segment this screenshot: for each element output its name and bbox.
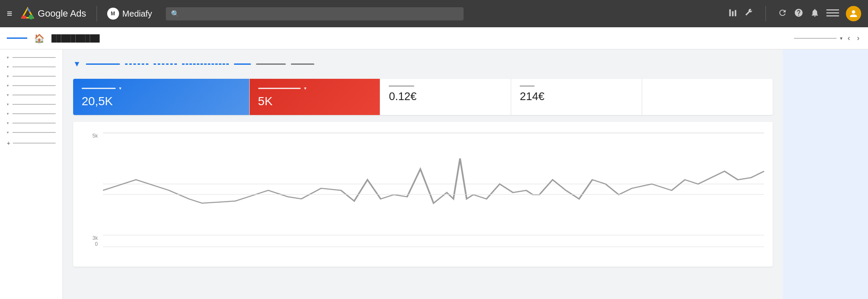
search-input[interactable] bbox=[183, 10, 458, 17]
sidebar-arrow-1: ▾ bbox=[7, 55, 9, 60]
metric-header-cost bbox=[520, 86, 633, 86]
sidebar-label-3 bbox=[12, 76, 56, 77]
metric-header-line-cost bbox=[520, 86, 535, 86]
sidebar-label-2 bbox=[12, 66, 56, 67]
sidebar-label-6 bbox=[12, 104, 56, 105]
svg-rect-9 bbox=[826, 15, 839, 17]
hamburger-menu-icon[interactable]: ≡ bbox=[7, 8, 12, 19]
nav-prev-button[interactable]: ‹ bbox=[846, 32, 852, 44]
nav-divider-1 bbox=[97, 6, 97, 21]
menu-dots-icon[interactable] bbox=[826, 8, 839, 20]
search-icon: 🔍 bbox=[171, 10, 179, 18]
notifications-icon[interactable] bbox=[810, 8, 820, 20]
sidebar-label-4 bbox=[12, 85, 56, 86]
chart-container: 5k 3k 0 bbox=[73, 122, 773, 267]
svg-rect-4 bbox=[729, 9, 731, 16]
metric-header-conversions: ▾ bbox=[258, 86, 372, 91]
mediafy-title: Mediafy bbox=[122, 9, 152, 19]
metric-card-conversions[interactable]: ▾ 5K bbox=[250, 79, 381, 115]
chart-area bbox=[103, 129, 764, 260]
reports-icon[interactable] bbox=[728, 8, 737, 20]
sidebar-label-1 bbox=[12, 57, 56, 58]
refresh-icon[interactable] bbox=[778, 8, 787, 20]
filter-chip-5[interactable] bbox=[234, 63, 251, 65]
filter-icon[interactable]: ▼ bbox=[73, 60, 81, 69]
nav-divider-2 bbox=[766, 6, 766, 21]
sidebar-item-2[interactable]: ▾ bbox=[0, 62, 63, 72]
metric-value-cost: 214€ bbox=[520, 90, 633, 103]
right-panel bbox=[783, 49, 868, 299]
svg-rect-6 bbox=[735, 10, 737, 16]
sidebar-arrow-9: ▾ bbox=[7, 130, 9, 135]
sidebar-item-7[interactable]: ▾ bbox=[0, 109, 63, 118]
google-ads-icon bbox=[21, 7, 34, 20]
metric-card-cost[interactable]: 214€ bbox=[511, 79, 642, 115]
subnav-right-controls: ▾ ‹ › bbox=[794, 32, 861, 44]
mediafy-icon: M bbox=[107, 8, 119, 20]
subnav-date-range bbox=[794, 38, 837, 39]
google-ads-logo: Google Ads bbox=[21, 7, 86, 20]
sidebar-item-1[interactable]: ▾ bbox=[0, 53, 63, 62]
metric-header-cpc bbox=[389, 86, 502, 86]
metric-card-clicks[interactable]: ▾ 20,5K bbox=[73, 79, 250, 115]
nav-next-button[interactable]: › bbox=[855, 32, 861, 44]
filter-chip-2[interactable] bbox=[125, 63, 148, 65]
metric-card-empty bbox=[642, 79, 773, 115]
chart-y-label-0: 0 bbox=[82, 241, 98, 247]
filter-chip-3[interactable] bbox=[154, 63, 177, 65]
metric-value-conversions: 5K bbox=[258, 95, 372, 108]
chart-grid-bottom bbox=[103, 247, 764, 247]
sidebar-item-4[interactable]: ▾ bbox=[0, 81, 63, 90]
tools-icon[interactable] bbox=[744, 8, 754, 20]
line-chart-svg bbox=[103, 129, 764, 239]
main-content: ▼ ▾ 20,5K ▾ bbox=[63, 49, 783, 299]
svg-rect-8 bbox=[826, 12, 839, 14]
sidebar-arrow-8: ▾ bbox=[7, 121, 9, 125]
main-layout: ▾ ▾ ▾ ▾ ▾ ▾ ▾ ▾ bbox=[0, 49, 868, 299]
sidebar-arrow-3: ▾ bbox=[7, 74, 9, 78]
sidebar-label-8 bbox=[12, 123, 56, 124]
svg-rect-5 bbox=[732, 11, 734, 16]
filter-chip-1[interactable] bbox=[86, 63, 120, 65]
top-navigation: ≡ Google Ads M Mediafy 🔍 bbox=[0, 0, 868, 27]
help-icon[interactable] bbox=[794, 8, 803, 20]
sidebar-add-button[interactable]: + bbox=[0, 137, 63, 149]
metric-dropdown-clicks[interactable]: ▾ bbox=[119, 86, 122, 91]
svg-rect-7 bbox=[826, 9, 839, 11]
sidebar-item-8[interactable]: ▾ bbox=[0, 118, 63, 128]
sidebar-arrow-2: ▾ bbox=[7, 65, 9, 69]
sidebar-item-9[interactable]: ▾ bbox=[0, 128, 63, 137]
breadcrumb: ██████████ bbox=[51, 34, 100, 42]
chart-y-axis: 5k 3k 0 bbox=[82, 133, 98, 247]
chart-y-label-3k: 3k bbox=[82, 235, 98, 241]
sidebar-item-3[interactable]: ▾ bbox=[0, 72, 63, 81]
sidebar-arrow-7: ▾ bbox=[7, 112, 9, 116]
metric-value-cpc: 0.12€ bbox=[389, 90, 502, 103]
sidebar-item-5[interactable]: ▾ bbox=[0, 90, 63, 100]
user-avatar[interactable] bbox=[846, 6, 861, 21]
sidebar: ▾ ▾ ▾ ▾ ▾ ▾ ▾ ▾ bbox=[0, 49, 63, 299]
metric-header-line-cpc bbox=[389, 86, 414, 86]
sidebar-arrow-4: ▾ bbox=[7, 83, 9, 88]
sub-navigation: 🏠 ██████████ ▾ ‹ › bbox=[0, 27, 868, 49]
sidebar-item-6[interactable]: ▾ bbox=[0, 100, 63, 109]
sidebar-arrow-5: ▾ bbox=[7, 93, 9, 97]
sidebar-add-label bbox=[13, 143, 56, 144]
chart-y-label-5k: 5k bbox=[82, 133, 98, 139]
metric-header-line-clicks bbox=[82, 88, 116, 89]
search-bar[interactable]: 🔍 bbox=[166, 7, 464, 20]
filter-chip-7[interactable] bbox=[291, 63, 314, 65]
home-icon[interactable]: 🏠 bbox=[34, 33, 45, 43]
metric-header-clicks: ▾ bbox=[82, 86, 241, 91]
svg-rect-3 bbox=[21, 16, 26, 19]
subnav-dropdown-icon[interactable]: ▾ bbox=[840, 35, 842, 41]
filter-chip-6[interactable] bbox=[256, 63, 286, 65]
app-title: Google Ads bbox=[38, 8, 86, 19]
metric-header-line-conversions bbox=[258, 88, 301, 89]
metric-dropdown-conversions[interactable]: ▾ bbox=[304, 86, 307, 91]
filter-chip-4[interactable] bbox=[182, 63, 229, 65]
mediafy-logo: M Mediafy bbox=[107, 8, 152, 20]
filter-bar: ▼ bbox=[73, 56, 773, 72]
metric-card-cpc[interactable]: 0.12€ bbox=[380, 79, 511, 115]
sidebar-label-7 bbox=[12, 113, 56, 114]
